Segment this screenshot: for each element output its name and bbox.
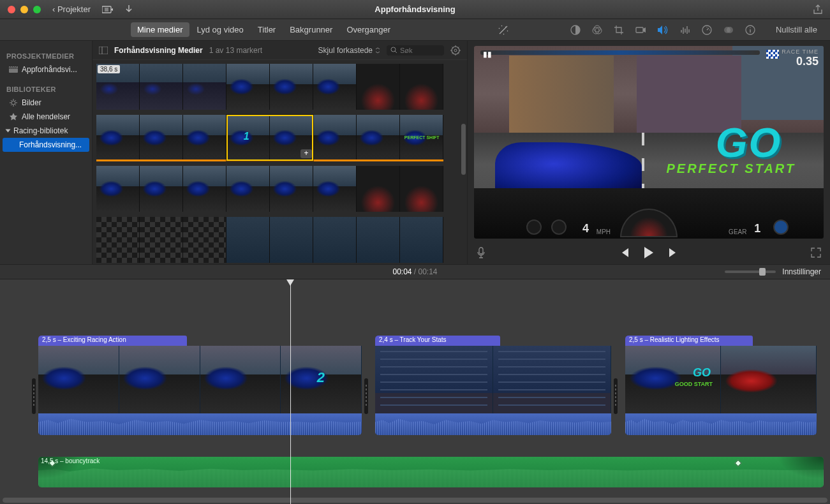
media-thumbnail[interactable] xyxy=(400,64,443,110)
close-window-button[interactable] xyxy=(8,6,15,13)
noise-reduction-icon[interactable] xyxy=(680,25,690,35)
go-overlay: GO xyxy=(693,366,711,380)
sidebar-item-all-events[interactable]: Alle hendelser xyxy=(0,110,92,124)
speed-icon[interactable] xyxy=(702,25,712,35)
info-icon[interactable] xyxy=(745,25,755,35)
media-thumbnail[interactable] xyxy=(183,115,226,161)
browser-selection-count: 1 av 13 markert xyxy=(209,46,262,55)
preview-canvas[interactable]: 4 MPH 1 GEAR GO PERFECT START ▮▮ RACE TI… xyxy=(474,46,824,239)
clip-audio-waveform[interactable] xyxy=(375,413,611,435)
timeline[interactable]: 2,5 s – Exciting Racing Action 2 2,4 s –… xyxy=(0,279,830,504)
browser-settings-icon[interactable] xyxy=(450,45,461,56)
clip-edge-handle[interactable] xyxy=(32,378,36,414)
color-balance-icon[interactable] xyxy=(570,25,581,35)
clip-filter-icon[interactable] xyxy=(723,25,734,35)
media-thumbnail[interactable] xyxy=(313,64,357,110)
tab-titles[interactable]: Titler xyxy=(251,22,282,37)
media-thumbnail[interactable] xyxy=(400,217,443,263)
svg-point-11 xyxy=(11,101,15,105)
game-pause-icon: ▮▮ xyxy=(483,50,492,59)
sidebar-item-project[interactable]: Appforhåndsvi... xyxy=(0,63,92,77)
timeline-horizontal-scrollbar[interactable] xyxy=(3,498,827,503)
timeline-clip[interactable]: 2,4 s – Track Your Stats xyxy=(375,336,611,435)
prev-button[interactable] xyxy=(619,248,630,257)
media-thumbnail[interactable] xyxy=(357,115,400,161)
tab-backgrounds[interactable]: Bakgrunner xyxy=(283,22,339,37)
media-thumbnail[interactable] xyxy=(226,166,270,212)
zoom-slider[interactable] xyxy=(725,271,776,273)
sidebar-item-label: Bilder xyxy=(22,98,41,107)
voiceover-icon[interactable] xyxy=(477,247,485,258)
share-button[interactable] xyxy=(813,4,822,15)
music-track-clip[interactable]: 14,5 s – bouncytrack xyxy=(38,457,824,487)
clip-title-bar[interactable]: 2,5 s – Exciting Racing Action xyxy=(38,336,187,346)
playhead[interactable] xyxy=(290,279,291,504)
media-thumbnail[interactable] xyxy=(183,166,226,212)
media-thumbnail[interactable] xyxy=(96,115,140,161)
media-thumbnail[interactable] xyxy=(140,217,183,263)
back-to-projects-button[interactable]: ‹ Projekter xyxy=(52,4,91,14)
media-thumbnail[interactable] xyxy=(183,64,226,110)
clip-edge-handle[interactable] xyxy=(614,378,618,414)
sidebar-item-preview-event[interactable]: Forhåndsvisning... xyxy=(3,138,89,152)
browser-scrollbar[interactable] xyxy=(461,124,466,175)
media-thumbnail[interactable] xyxy=(226,217,270,263)
crop-icon[interactable] xyxy=(614,25,624,35)
layout-toggle-icon[interactable] xyxy=(99,47,108,54)
magic-wand-icon[interactable] xyxy=(498,24,509,36)
fullscreen-window-button[interactable] xyxy=(33,6,41,13)
reset-all-button[interactable]: Nullstill alle xyxy=(776,25,817,34)
media-thumbnail[interactable] xyxy=(357,166,400,212)
clip-audio-waveform[interactable] xyxy=(38,413,362,435)
media-thumbnail[interactable] xyxy=(140,166,183,212)
search-input[interactable] xyxy=(400,47,438,54)
stabilization-icon[interactable] xyxy=(635,26,646,34)
media-thumbnail[interactable] xyxy=(313,166,357,212)
media-thumbnail[interactable] xyxy=(140,115,183,161)
good-start-overlay: GOOD START xyxy=(675,381,713,387)
media-thumbnail[interactable] xyxy=(226,64,270,110)
add-to-timeline-button[interactable]: + xyxy=(300,149,312,158)
clip-audio-waveform[interactable] xyxy=(625,413,817,435)
hide-rejected-dropdown[interactable]: Skjul forkastede xyxy=(318,46,380,55)
timeline-clip[interactable]: 2,5 s – Exciting Racing Action 2 xyxy=(38,336,362,435)
search-field[interactable] xyxy=(387,45,444,56)
media-thumbnail[interactable] xyxy=(313,115,357,161)
media-thumbnail[interactable] xyxy=(183,217,226,263)
svg-point-4 xyxy=(594,26,600,32)
media-thumbnail[interactable]: PERFECT SHIFT xyxy=(400,115,443,161)
hud-mph-value: 4 xyxy=(582,222,589,235)
next-button[interactable] xyxy=(668,248,678,257)
media-import-button[interactable] xyxy=(102,5,114,14)
sidebar-item-racing-library[interactable]: Racing-bibliotek xyxy=(0,124,92,138)
volume-icon[interactable] xyxy=(657,25,669,35)
preview-viewer: 4 MPH 1 GEAR GO PERFECT START ▮▮ RACE TI… xyxy=(468,41,830,264)
timeline-settings-button[interactable]: Innstillinger xyxy=(782,267,821,276)
clip-edge-handle[interactable] xyxy=(364,378,368,414)
minimize-window-button[interactable] xyxy=(20,6,28,13)
clip-title-bar[interactable]: 2,4 s – Track Your Stats xyxy=(375,336,500,346)
sidebar-item-photos[interactable]: Bilder xyxy=(0,96,92,110)
media-thumbnail[interactable] xyxy=(96,166,140,212)
audio-keyframe[interactable] xyxy=(734,459,741,466)
color-correction-icon[interactable] xyxy=(592,25,602,35)
download-icon[interactable] xyxy=(125,5,133,14)
media-thumbnail[interactable] xyxy=(270,166,313,212)
timeline-clip[interactable]: 2,5 s – Realistic Lighting Effects GOGOO… xyxy=(625,336,817,435)
fullscreen-preview-icon[interactable] xyxy=(811,248,821,258)
svg-point-8 xyxy=(727,27,733,33)
clip-title-bar[interactable]: 2,5 s – Realistic Lighting Effects xyxy=(625,336,753,346)
media-thumbnail[interactable] xyxy=(270,64,313,110)
tab-audio-video[interactable]: Lyd og video xyxy=(191,22,250,37)
media-thumbnail[interactable] xyxy=(357,64,400,110)
media-thumbnail[interactable] xyxy=(140,64,183,110)
media-thumbnail[interactable] xyxy=(357,217,400,263)
tab-transitions[interactable]: Overganger xyxy=(340,22,397,37)
media-thumbnail[interactable] xyxy=(400,166,443,212)
media-thumbnail[interactable] xyxy=(96,217,140,263)
media-thumbnail[interactable] xyxy=(313,217,357,263)
media-thumbnail[interactable]: 1 xyxy=(226,115,270,161)
play-button[interactable] xyxy=(644,247,654,258)
tab-my-media[interactable]: Mine medier xyxy=(131,22,189,37)
media-thumbnail[interactable] xyxy=(270,217,313,263)
